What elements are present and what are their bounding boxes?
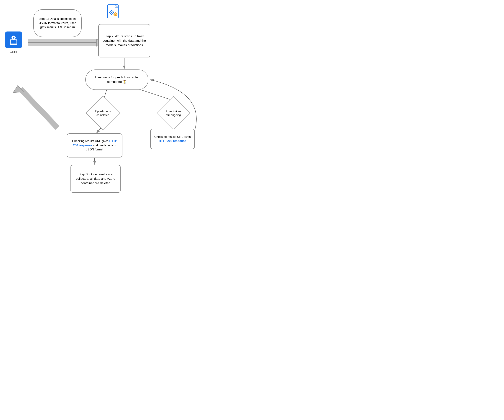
- svg-rect-27: [115, 12, 116, 13]
- http202-prefix: Checking results URL gives: [154, 135, 191, 138]
- svg-rect-20: [113, 12, 114, 13]
- diamond-right: If predictions still ongoing: [156, 96, 191, 130]
- http202-text: Checking results URL gives HTTP 202 resp…: [154, 135, 192, 143]
- http200-prefix: Checking results URL gives: [72, 140, 109, 143]
- user-section: User: [5, 31, 22, 54]
- diamond-right-text: If predictions still ongoing: [163, 110, 184, 117]
- svg-rect-18: [111, 14, 112, 15]
- svg-line-5: [141, 90, 174, 101]
- svg-point-26: [115, 14, 116, 15]
- svg-rect-19: [109, 12, 110, 13]
- diagram-container: User: [0, 0, 222, 194]
- svg-point-12: [13, 37, 14, 39]
- diamond-left: If predictions completed: [86, 96, 120, 130]
- azure-icon: [106, 4, 122, 20]
- http200-box: Checking results URL gives HTTP 200 resp…: [67, 133, 122, 158]
- svg-marker-9: [13, 86, 24, 93]
- http200-text: Checking results URL gives HTTP 200 resp…: [70, 139, 119, 152]
- user-label: User: [10, 50, 18, 54]
- step3-text: Step 3: Once results are collected, all …: [74, 172, 117, 185]
- svg-point-16: [111, 12, 112, 13]
- svg-rect-30: [116, 14, 117, 15]
- step1-text: Step 1: Data is submitted in JSON format…: [37, 17, 78, 29]
- user-avatar: [5, 31, 22, 48]
- wait-box: User waits for predictions to be complet…: [85, 70, 148, 90]
- diamond-left-container: If predictions completed: [91, 101, 115, 125]
- svg-rect-17: [111, 10, 112, 11]
- step3-box: Step 3: Once results are collected, all …: [71, 165, 120, 193]
- step1-box: Step 1: Data is submitted in JSON format…: [33, 9, 82, 37]
- wait-text: User waits for predictions to be complet…: [89, 75, 145, 84]
- step2-box: Step 2: Azure starts up fresh container …: [98, 24, 150, 58]
- http202-highlight: HTTP 202 response: [159, 139, 186, 142]
- user-icon-svg: [8, 34, 19, 45]
- http202-box: Checking results URL gives HTTP 202 resp…: [150, 129, 195, 149]
- diamond-right-container: If predictions still ongoing: [161, 101, 186, 125]
- diamond-left-text: If predictions completed: [93, 110, 113, 117]
- svg-rect-29: [114, 14, 114, 15]
- step2-text: Step 2: Azure starts up fresh container …: [102, 34, 147, 47]
- svg-rect-28: [115, 15, 116, 16]
